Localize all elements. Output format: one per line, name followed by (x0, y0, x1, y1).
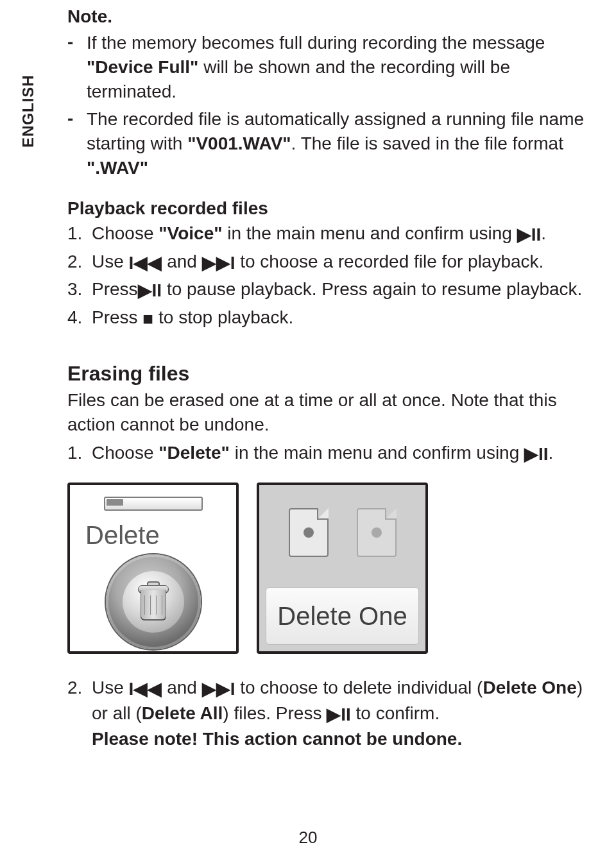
figure1-label: Delete (85, 521, 160, 550)
note-text-1: If the memory becomes full during record… (87, 31, 600, 103)
s2a: Use (92, 252, 129, 271)
prev-icon: I◀◀ (129, 679, 162, 699)
erasing-intro: Files can be erased one at a time or all… (67, 388, 600, 437)
step-number: 1. (67, 221, 92, 247)
figure-delete-one: Delete One (257, 483, 428, 654)
step-text: Choose "Voice" in the main menu and conf… (92, 221, 600, 247)
page-content: Note. - If the memory becomes full durin… (67, 6, 600, 754)
play-pause-icon: ▶II (138, 280, 162, 300)
page-number: 20 (0, 828, 616, 848)
delete-button-inner (123, 571, 184, 633)
file-icon (289, 508, 329, 557)
e2f: Delete All (142, 703, 223, 723)
s2b: and (162, 252, 201, 271)
step-number: 3. (67, 277, 92, 303)
note-1-b: "Device Full" (87, 57, 198, 77)
e2g: ) files. Press (223, 703, 327, 723)
bullet-dash: - (67, 31, 87, 103)
note-2-c: . The file is saved in the file format (291, 133, 563, 153)
playback-step-3: 3. Press▶II to pause playback. Press aga… (67, 277, 600, 303)
figure-delete-menu: Delete (67, 483, 239, 654)
e1b: "Delete" (158, 443, 230, 463)
s3a: Press (92, 279, 138, 299)
e1d: . (549, 443, 554, 463)
e1a: Choose (92, 443, 158, 463)
doc-icons (259, 508, 425, 557)
step-text: Press ■ to stop playback. (92, 305, 600, 331)
e2h: to confirm. (351, 703, 440, 723)
note-2-d: ".WAV" (87, 158, 148, 178)
s2c: to choose a recorded file for playback. (235, 252, 543, 271)
scroll-bar-graphic (104, 497, 203, 511)
e2d: Delete One (483, 678, 576, 697)
delete-button-graphic (106, 554, 201, 649)
figure2-label: Delete One (277, 602, 407, 631)
e1c: in the main menu and confirm using (230, 443, 524, 463)
erasing-step-1: 1. Choose "Delete" in the main menu and … (67, 441, 600, 466)
step-number: 1. (67, 441, 92, 466)
next-icon: ▶▶I (202, 679, 235, 699)
bullet-dash: - (67, 107, 87, 180)
playback-step-4: 4. Press ■ to stop playback. (67, 305, 600, 331)
step-number: 2. (67, 250, 92, 275)
e2a: Use (92, 678, 129, 697)
s1d: . (541, 223, 546, 243)
play-pause-icon: ▶II (517, 225, 542, 244)
step-number: 2. (67, 676, 92, 751)
playback-step-2: 2. Use I◀◀ and ▶▶I to choose a recorded … (67, 250, 600, 275)
erasing-heading: Erasing files (67, 362, 600, 386)
note-bullet-2: - The recorded file is automatically ass… (67, 107, 600, 180)
s4a: Press (92, 307, 142, 327)
step-text: Press▶II to pause playback. Press again … (92, 277, 600, 303)
stop-icon: ■ (142, 309, 153, 329)
step-text: Use I◀◀ and ▶▶I to choose a recorded fil… (92, 250, 600, 275)
note-bullet-1: - If the memory becomes full during reco… (67, 31, 600, 103)
next-icon: ▶▶I (202, 253, 235, 273)
playback-step-1: 1. Choose "Voice" in the main menu and c… (67, 221, 600, 247)
step-number: 4. (67, 305, 92, 331)
s3b: to pause playback. Press again to resume… (162, 279, 582, 299)
prev-icon: I◀◀ (129, 253, 162, 273)
s1a: Choose (92, 223, 158, 243)
e2c: to choose to delete individual ( (235, 678, 483, 697)
s1b: "Voice" (158, 223, 222, 243)
note-text-2: The recorded file is automatically assig… (87, 107, 600, 180)
note-2-b: "V001.WAV" (187, 133, 291, 153)
note-heading: Note. (67, 6, 600, 27)
s4b: to stop playback. (153, 307, 293, 327)
s1c: in the main menu and confirm using (222, 223, 517, 243)
trash-icon (138, 584, 169, 620)
file-icon-dim (357, 508, 397, 557)
playback-heading: Playback recorded files (67, 198, 600, 219)
erasing-step-2: 2. Use I◀◀ and ▶▶I to choose to delete i… (67, 676, 600, 751)
erasing-warning: Please note! This action cannot be undon… (92, 729, 462, 749)
figures-row: Delete Delete One (67, 483, 600, 654)
play-pause-icon: ▶II (524, 444, 549, 464)
figure2-panel: Delete One (266, 587, 419, 645)
play-pause-icon: ▶II (327, 705, 351, 724)
language-tab: ENGLISH (19, 74, 37, 148)
step-text: Choose "Delete" in the main menu and con… (92, 441, 600, 466)
step-text: Use I◀◀ and ▶▶I to choose to delete indi… (92, 676, 600, 751)
note-1-a: If the memory becomes full during record… (87, 33, 545, 53)
e2b: and (162, 678, 201, 697)
